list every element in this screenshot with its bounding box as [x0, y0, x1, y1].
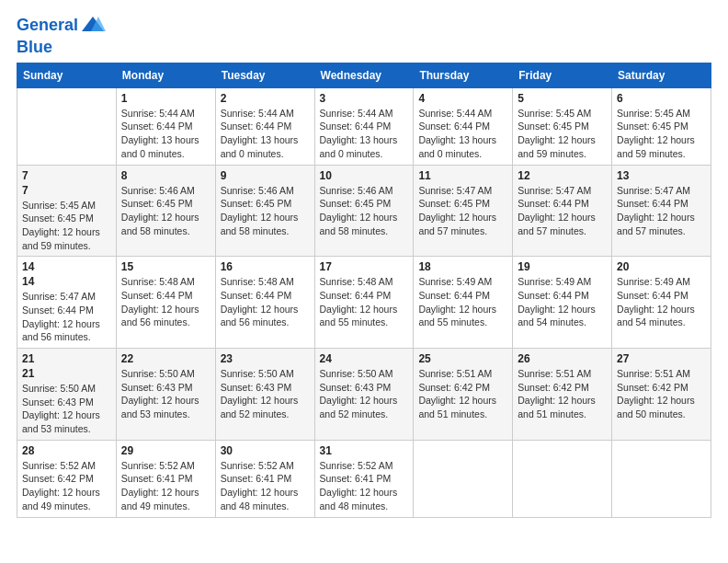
- calendar-cell: 6Sunrise: 5:45 AM Sunset: 6:45 PM Daylig…: [612, 87, 711, 165]
- day-info: Sunrise: 5:50 AM Sunset: 6:43 PM Dayligh…: [320, 367, 409, 421]
- day-number: 4: [418, 92, 507, 105]
- calendar-cell: 23Sunrise: 5:50 AM Sunset: 6:43 PM Dayli…: [215, 349, 314, 441]
- day-info: Sunrise: 5:47 AM Sunset: 6:44 PM Dayligh…: [518, 184, 607, 238]
- calendar-cell: 24Sunrise: 5:50 AM Sunset: 6:43 PM Dayli…: [314, 349, 414, 441]
- day-number: 21: [22, 352, 111, 365]
- week-row-4: 2121Sunrise: 5:50 AM Sunset: 6:43 PM Day…: [17, 349, 711, 441]
- col-header-monday: Monday: [116, 63, 215, 87]
- day-info: Sunrise: 5:44 AM Sunset: 6:44 PM Dayligh…: [320, 107, 409, 161]
- calendar-cell: 30Sunrise: 5:52 AM Sunset: 6:41 PM Dayli…: [215, 440, 314, 517]
- col-header-tuesday: Tuesday: [215, 63, 314, 87]
- calendar-cell: 12Sunrise: 5:47 AM Sunset: 6:44 PM Dayli…: [513, 165, 612, 257]
- calendar-cell: 1414Sunrise: 5:47 AM Sunset: 6:44 PM Day…: [17, 257, 117, 349]
- day-number: 31: [320, 444, 409, 457]
- page: General Blue SundayMondayTuesdayWednesda…: [0, 0, 728, 563]
- day-number: 8: [121, 169, 210, 182]
- day-number: 1: [121, 92, 210, 105]
- day-number: 16: [221, 260, 310, 273]
- calendar-cell: 17Sunrise: 5:48 AM Sunset: 6:44 PM Dayli…: [314, 257, 414, 349]
- day-info: Sunrise: 5:52 AM Sunset: 6:41 PM Dayligh…: [320, 459, 409, 513]
- day-number: 13: [617, 169, 706, 182]
- day-number: 6: [617, 92, 706, 105]
- week-row-5: 28Sunrise: 5:52 AM Sunset: 6:42 PM Dayli…: [17, 440, 711, 517]
- day-number: 5: [518, 92, 607, 105]
- calendar-cell: 2Sunrise: 5:44 AM Sunset: 6:44 PM Daylig…: [215, 87, 314, 165]
- day-number: 15: [121, 260, 210, 273]
- calendar-cell: 9Sunrise: 5:46 AM Sunset: 6:45 PM Daylig…: [215, 165, 314, 257]
- day-number: 26: [518, 352, 607, 365]
- calendar-cell: 26Sunrise: 5:51 AM Sunset: 6:42 PM Dayli…: [513, 349, 612, 441]
- calendar-cell: 20Sunrise: 5:49 AM Sunset: 6:44 PM Dayli…: [612, 257, 711, 349]
- day-info: Sunrise: 5:44 AM Sunset: 6:44 PM Dayligh…: [221, 107, 310, 161]
- day-number: 28: [22, 444, 111, 457]
- calendar-cell: 18Sunrise: 5:49 AM Sunset: 6:44 PM Dayli…: [414, 257, 513, 349]
- calendar-cell: [612, 440, 711, 517]
- day-info: Sunrise: 5:50 AM Sunset: 6:43 PM Dayligh…: [121, 367, 210, 421]
- day-info: Sunrise: 5:52 AM Sunset: 6:42 PM Dayligh…: [22, 459, 111, 513]
- col-header-wednesday: Wednesday: [314, 63, 414, 87]
- calendar-cell: 28Sunrise: 5:52 AM Sunset: 6:42 PM Dayli…: [17, 440, 117, 517]
- week-row-1: 1Sunrise: 5:44 AM Sunset: 6:44 PM Daylig…: [17, 87, 711, 165]
- calendar-cell: 16Sunrise: 5:48 AM Sunset: 6:44 PM Dayli…: [215, 257, 314, 349]
- calendar-cell: 31Sunrise: 5:52 AM Sunset: 6:41 PM Dayli…: [314, 440, 414, 517]
- day-number: 14: [22, 275, 111, 288]
- calendar-cell: 27Sunrise: 5:51 AM Sunset: 6:42 PM Dayli…: [612, 349, 711, 441]
- calendar-cell: [414, 440, 513, 517]
- day-number: 29: [121, 444, 210, 457]
- calendar-cell: 25Sunrise: 5:51 AM Sunset: 6:42 PM Dayli…: [414, 349, 513, 441]
- day-number: 11: [418, 169, 507, 182]
- header: General Blue: [17, 9, 711, 57]
- day-number: 22: [121, 352, 210, 365]
- calendar-cell: 3Sunrise: 5:44 AM Sunset: 6:44 PM Daylig…: [314, 87, 414, 165]
- logo: General Blue: [17, 13, 106, 57]
- day-number: 20: [617, 260, 706, 273]
- day-info: Sunrise: 5:51 AM Sunset: 6:42 PM Dayligh…: [518, 367, 607, 421]
- day-number: 3: [320, 92, 409, 105]
- col-header-sunday: Sunday: [17, 63, 117, 87]
- calendar-cell: 5Sunrise: 5:45 AM Sunset: 6:45 PM Daylig…: [513, 87, 612, 165]
- calendar-cell: 4Sunrise: 5:44 AM Sunset: 6:44 PM Daylig…: [414, 87, 513, 165]
- day-info: Sunrise: 5:48 AM Sunset: 6:44 PM Dayligh…: [221, 275, 310, 329]
- day-info: Sunrise: 5:46 AM Sunset: 6:45 PM Dayligh…: [221, 184, 310, 238]
- day-number: 24: [320, 352, 409, 365]
- col-header-friday: Friday: [513, 63, 612, 87]
- logo-text: General: [17, 17, 78, 35]
- calendar-cell: 77Sunrise: 5:45 AM Sunset: 6:45 PM Dayli…: [17, 165, 117, 257]
- day-info: Sunrise: 5:45 AM Sunset: 6:45 PM Dayligh…: [518, 107, 607, 161]
- day-number: 12: [518, 169, 607, 182]
- col-header-thursday: Thursday: [414, 63, 513, 87]
- calendar-cell: 15Sunrise: 5:48 AM Sunset: 6:44 PM Dayli…: [116, 257, 215, 349]
- day-info: Sunrise: 5:49 AM Sunset: 6:44 PM Dayligh…: [617, 275, 706, 329]
- day-info: Sunrise: 5:51 AM Sunset: 6:42 PM Dayligh…: [617, 367, 706, 421]
- calendar-cell: 19Sunrise: 5:49 AM Sunset: 6:44 PM Dayli…: [513, 257, 612, 349]
- calendar-cell: 29Sunrise: 5:52 AM Sunset: 6:41 PM Dayli…: [116, 440, 215, 517]
- header-row: SundayMondayTuesdayWednesdayThursdayFrid…: [17, 63, 711, 87]
- day-number: 7: [22, 184, 111, 197]
- week-row-3: 1414Sunrise: 5:47 AM Sunset: 6:44 PM Day…: [17, 257, 711, 349]
- day-number: 27: [617, 352, 706, 365]
- day-number: 23: [221, 352, 310, 365]
- day-info: Sunrise: 5:50 AM Sunset: 6:43 PM Dayligh…: [221, 367, 310, 421]
- calendar-cell: 10Sunrise: 5:46 AM Sunset: 6:45 PM Dayli…: [314, 165, 414, 257]
- day-info: Sunrise: 5:46 AM Sunset: 6:45 PM Dayligh…: [121, 184, 210, 238]
- day-number: 9: [221, 169, 310, 182]
- day-number: 19: [518, 260, 607, 273]
- day-info: Sunrise: 5:45 AM Sunset: 6:45 PM Dayligh…: [22, 199, 111, 253]
- logo-icon: [80, 13, 106, 39]
- day-number: 2: [221, 92, 310, 105]
- day-info: Sunrise: 5:47 AM Sunset: 6:44 PM Dayligh…: [617, 184, 706, 238]
- day-info: Sunrise: 5:49 AM Sunset: 6:44 PM Dayligh…: [418, 275, 507, 329]
- day-info: Sunrise: 5:44 AM Sunset: 6:44 PM Dayligh…: [121, 107, 210, 161]
- day-number: 18: [418, 260, 507, 273]
- calendar-cell: 22Sunrise: 5:50 AM Sunset: 6:43 PM Dayli…: [116, 349, 215, 441]
- day-info: Sunrise: 5:52 AM Sunset: 6:41 PM Dayligh…: [121, 459, 210, 513]
- week-row-2: 77Sunrise: 5:45 AM Sunset: 6:45 PM Dayli…: [17, 165, 711, 257]
- day-info: Sunrise: 5:48 AM Sunset: 6:44 PM Dayligh…: [121, 275, 210, 329]
- calendar-table: SundayMondayTuesdayWednesdayThursdayFrid…: [17, 63, 711, 518]
- day-info: Sunrise: 5:47 AM Sunset: 6:44 PM Dayligh…: [22, 290, 111, 344]
- day-info: Sunrise: 5:47 AM Sunset: 6:45 PM Dayligh…: [418, 184, 507, 238]
- calendar-cell: [17, 87, 117, 165]
- calendar-cell: 2121Sunrise: 5:50 AM Sunset: 6:43 PM Day…: [17, 349, 117, 441]
- day-number: 25: [418, 352, 507, 365]
- day-number: 21: [22, 367, 111, 380]
